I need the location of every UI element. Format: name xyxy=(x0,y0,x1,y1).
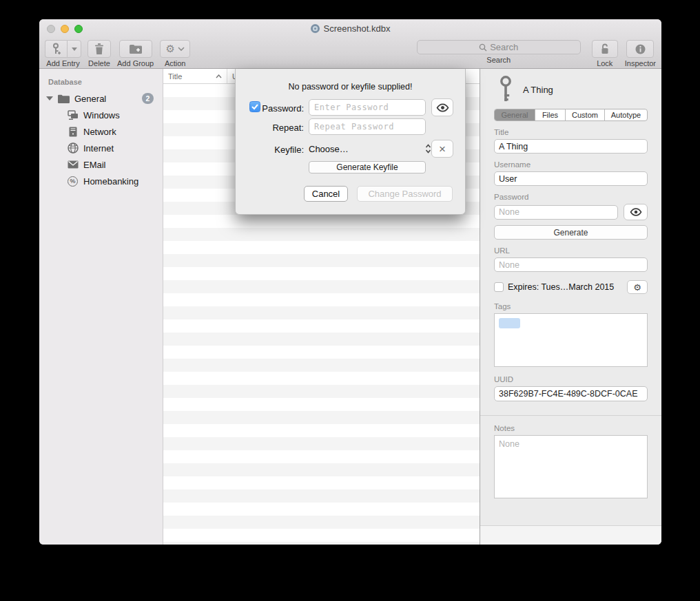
chevron-down-icon xyxy=(178,47,185,51)
unlock-icon xyxy=(600,43,610,54)
search-icon xyxy=(479,43,487,52)
sidebar: Database General 2 Windows Network xyxy=(39,69,163,545)
inspector-footer xyxy=(480,525,661,545)
tab-general[interactable]: General xyxy=(495,109,535,120)
disclosure-triangle-icon[interactable] xyxy=(46,96,53,101)
title-field[interactable] xyxy=(494,139,648,154)
document-icon xyxy=(311,24,320,33)
notes-placeholder: None xyxy=(499,439,519,449)
server-icon xyxy=(67,126,79,138)
username-label: Username xyxy=(494,160,648,169)
dialog-message: No password or keyfile supplied! xyxy=(236,82,465,92)
sidebar-item-label: Windows xyxy=(83,110,120,120)
entry-title: A Thing xyxy=(523,85,553,95)
expires-label: Expires: Tues…March 2015 xyxy=(508,282,623,292)
cancel-button[interactable]: Cancel xyxy=(304,186,348,202)
key-plus-icon xyxy=(52,43,61,55)
generate-password-button[interactable]: Generate xyxy=(494,225,648,240)
sidebar-item-label: Internet xyxy=(83,143,114,154)
clear-keyfile-button[interactable]: × xyxy=(431,140,453,158)
sidebar-item-internet[interactable]: Internet xyxy=(39,140,163,156)
show-password-button[interactable] xyxy=(624,204,648,220)
toolbar: Add Entry Delete Add Group xyxy=(39,39,661,68)
delete-button[interactable] xyxy=(88,40,111,58)
gear-icon: ⚙ xyxy=(633,283,641,292)
generate-keyfile-button[interactable]: Generate Keyfile xyxy=(309,161,426,173)
sidebar-item-network[interactable]: Network xyxy=(39,123,163,140)
sidebar-item-homebanking[interactable]: % Homebanking xyxy=(39,173,163,189)
notes-label: Notes xyxy=(494,424,648,433)
notes-field[interactable]: None xyxy=(494,435,648,498)
windows-icon xyxy=(67,109,79,121)
delete-label: Delete xyxy=(88,59,110,67)
sidebar-item-label: Network xyxy=(83,127,116,137)
eye-icon xyxy=(436,103,449,112)
sidebar-item-general[interactable]: General 2 xyxy=(39,90,163,107)
show-password-button[interactable] xyxy=(431,98,453,116)
folder-plus-icon xyxy=(130,44,142,54)
tab-files[interactable]: Files xyxy=(535,109,566,120)
url-field[interactable] xyxy=(494,257,648,272)
password-label: Password: xyxy=(236,103,304,114)
trash-icon xyxy=(94,43,104,54)
username-field[interactable] xyxy=(494,171,648,186)
percent-icon: % xyxy=(67,176,79,187)
sidebar-item-windows[interactable]: Windows xyxy=(39,107,163,123)
globe-icon xyxy=(67,143,79,154)
url-label: URL xyxy=(494,246,648,255)
tag-chip[interactable] xyxy=(499,318,520,328)
uuid-field[interactable] xyxy=(494,386,648,401)
tab-custom[interactable]: Custom xyxy=(566,109,605,120)
search-input[interactable]: Search xyxy=(417,40,581,54)
add-entry-button[interactable] xyxy=(45,40,67,58)
entry-count-badge: 2 xyxy=(142,93,154,104)
stepper-icon xyxy=(425,144,431,154)
window-title: Screenshot.kdbx xyxy=(324,23,391,34)
lock-button[interactable] xyxy=(592,40,618,58)
add-group-button[interactable] xyxy=(119,40,152,58)
lock-label: Lock xyxy=(597,59,612,67)
key-icon xyxy=(498,76,513,103)
envelope-icon xyxy=(67,159,79,171)
password-field[interactable] xyxy=(494,205,618,220)
title-label: Title xyxy=(494,128,648,137)
sort-ascending-icon xyxy=(216,74,222,78)
action-button[interactable]: ⚙ xyxy=(160,40,190,58)
keyfile-value: Choose… xyxy=(309,144,425,154)
sidebar-section-header: Database xyxy=(39,75,163,90)
app-window: Screenshot.kdbx Add Entry xyxy=(39,19,661,545)
gear-icon: ⚙ xyxy=(165,44,174,54)
search-placeholder: Search xyxy=(490,42,518,52)
action-label: Action xyxy=(165,59,186,67)
sidebar-item-label: EMail xyxy=(83,160,106,170)
keyfile-label: Keyfile: xyxy=(236,145,304,155)
expires-checkbox[interactable] xyxy=(494,282,504,292)
folder-icon xyxy=(58,93,70,105)
add-entry-label: Add Entry xyxy=(46,59,79,67)
tags-label: Tags xyxy=(494,302,648,311)
tab-autotype[interactable]: Autotype xyxy=(605,109,647,120)
expires-options-button[interactable]: ⚙ xyxy=(627,280,648,294)
password-label: Password xyxy=(494,193,648,202)
tags-field[interactable] xyxy=(494,313,648,367)
inspector-panel: A Thing General Files Custom Autotype Ti… xyxy=(480,69,661,545)
add-entry-dropdown-button[interactable] xyxy=(67,40,81,58)
keyfile-popup[interactable]: Choose… xyxy=(309,140,431,157)
inspector-button[interactable] xyxy=(626,40,654,58)
chevron-down-icon xyxy=(72,48,77,51)
enter-password-field[interactable] xyxy=(309,99,426,116)
add-group-label: Add Group xyxy=(117,59,154,67)
inspector-label: Inspector xyxy=(625,59,656,67)
column-header-title[interactable]: Title xyxy=(163,69,227,83)
repeat-label: Repeat: xyxy=(236,123,304,133)
info-icon xyxy=(635,44,646,54)
repeat-password-field[interactable] xyxy=(309,118,426,135)
section-divider xyxy=(480,415,661,416)
uuid-label: UUID xyxy=(494,375,648,384)
sidebar-item-label: General xyxy=(74,94,106,104)
password-dialog: No password or keyfile supplied! Passwor… xyxy=(235,69,466,215)
sidebar-item-email[interactable]: EMail xyxy=(39,156,163,173)
sidebar-item-label: Homebanking xyxy=(83,176,138,187)
window-chrome: Screenshot.kdbx Add Entry xyxy=(39,19,661,69)
inspector-tabs: General Files Custom Autotype xyxy=(494,109,648,121)
